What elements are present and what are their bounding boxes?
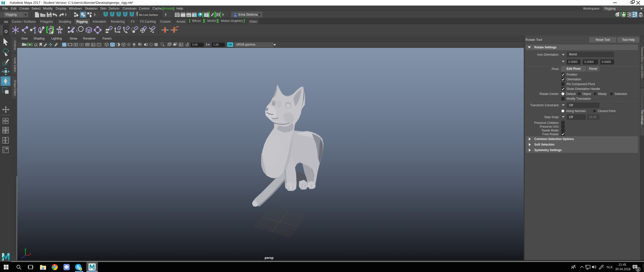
svg-text:T: T bbox=[98, 44, 100, 46]
svg-text:2: 2 bbox=[637, 268, 639, 271]
svg-text:z: z bbox=[21, 256, 23, 259]
svg-text:x: x bbox=[29, 252, 31, 255]
svg-text:y: y bbox=[25, 248, 26, 251]
svg-text:IPR: IPR bbox=[187, 15, 190, 17]
svg-text:MAYA: MAYA bbox=[93, 269, 96, 270]
